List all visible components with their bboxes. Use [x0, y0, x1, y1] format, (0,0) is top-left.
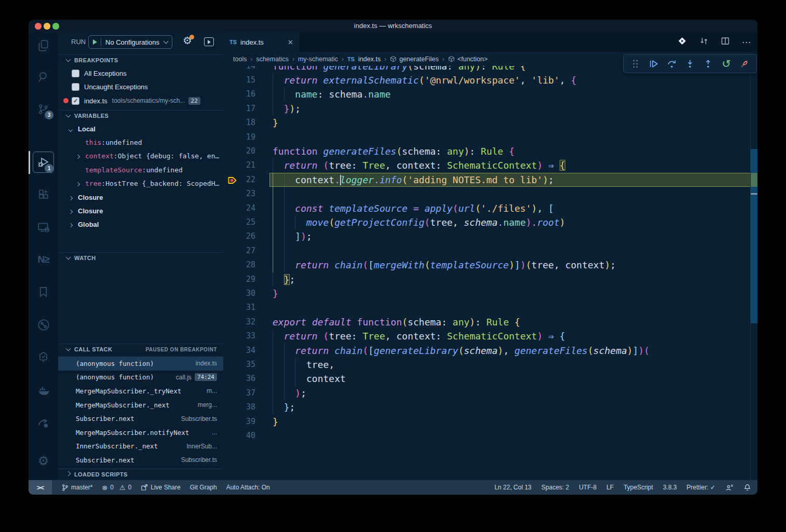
remote-indicator[interactable]: >< — [29, 480, 52, 495]
line-number-gutter[interactable]: 40 — [223, 429, 273, 443]
source-control-icon[interactable]: 3 — [29, 97, 58, 121]
variable-row[interactable]: Closure — [58, 190, 223, 204]
breadcrumb-item[interactable]: index.ts — [358, 56, 381, 63]
line-number-gutter[interactable]: 25 — [223, 215, 273, 229]
breadcrumb-item[interactable]: tools — [233, 56, 247, 63]
statusbar-item-lf[interactable]: LF — [606, 484, 614, 491]
line-number-gutter[interactable]: 16 — [223, 87, 273, 101]
code-line[interactable]: 20function generateFiles(schema: any): R… — [223, 144, 750, 158]
code-line[interactable]: 25 move(getProjectConfig(tree, schema.na… — [223, 215, 750, 229]
line-number-gutter[interactable]: 32 — [223, 315, 273, 329]
call-stack-frame[interactable]: MergeMapSubscriber.notifyNext... — [58, 426, 223, 440]
code-line[interactable]: 17 }); — [223, 102, 750, 116]
line-number-gutter[interactable]: 29 — [223, 272, 273, 287]
toolbar-drag-grip[interactable] — [629, 58, 642, 70]
breakpoint-row[interactable]: Uncaught Exceptions — [58, 80, 223, 94]
editor-scrollbar[interactable] — [750, 52, 757, 480]
statusbar-item-spaces-2[interactable]: Spaces: 2 — [541, 484, 569, 491]
line-number-gutter[interactable]: 39 — [223, 415, 273, 429]
close-tab-icon[interactable]: ✕ — [288, 38, 293, 46]
step-into-icon[interactable] — [684, 58, 696, 70]
variable-row[interactable]: context: Object {debug: false, en… — [58, 149, 223, 163]
variable-row[interactable]: Local — [58, 122, 223, 135]
variable-row[interactable]: this: undefined — [58, 135, 223, 149]
code-area[interactable]: 14function generateLibrary(schema: any):… — [223, 32, 750, 480]
code-line[interactable]: 31 — [223, 301, 750, 315]
code-line[interactable]: 33 return (tree: Tree, context: Schemati… — [223, 329, 750, 343]
code-line[interactable]: 19 — [223, 130, 750, 144]
line-number-gutter[interactable]: 24 — [223, 201, 273, 215]
git-graph-icon[interactable] — [29, 312, 58, 337]
line-number-gutter[interactable]: 30 — [223, 287, 273, 301]
step-out-icon[interactable] — [702, 58, 714, 70]
more-actions-icon[interactable]: ⋯ — [742, 37, 751, 48]
split-editor-icon[interactable] — [721, 36, 730, 48]
variables-section-header[interactable]: VARIABLES — [58, 110, 223, 121]
line-number-gutter[interactable]: 15 — [223, 73, 273, 87]
code-line[interactable]: 40 — [223, 429, 750, 443]
statusbar-item-3-8-3[interactable]: 3.8.3 — [663, 484, 677, 491]
loaded-scripts-section-header[interactable]: LOADED SCRIPTS — [58, 469, 223, 480]
line-number-gutter[interactable]: 27 — [223, 244, 273, 258]
code-line[interactable]: 37 ); — [223, 386, 750, 400]
gitlens-icon[interactable] — [677, 36, 687, 48]
tab-index-ts[interactable]: TS index.ts ✕ — [223, 32, 300, 52]
todo-tree-icon[interactable] — [29, 345, 58, 370]
notifications-bell-icon[interactable] — [743, 484, 751, 492]
code-line[interactable]: 38 }; — [223, 400, 750, 414]
line-number-gutter[interactable]: 23 — [223, 187, 273, 201]
code-line[interactable]: 18} — [223, 116, 750, 130]
code-line[interactable]: 21 return (tree: Tree, context: Schemati… — [223, 158, 750, 172]
bookmarks-icon[interactable] — [29, 279, 58, 304]
watch-section-header[interactable]: WATCH — [58, 252, 223, 263]
statusbar-item-git-graph[interactable]: Git Graph — [190, 484, 217, 491]
statusbar-item-master-[interactable]: master* — [61, 484, 92, 492]
variable-row[interactable]: tree: HostTree {_backend: ScopedH… — [58, 177, 223, 190]
nx-console-icon[interactable]: N≥ — [29, 247, 58, 272]
call-stack-frame[interactable]: Subscriber.nextSubscriber.ts — [58, 412, 223, 426]
extensions-icon[interactable] — [29, 182, 58, 207]
code-line[interactable]: 34 return chain([generateLibrary(schema)… — [223, 344, 750, 358]
call-stack-frame[interactable]: InnerSubscriber._nextInnerSub... — [58, 440, 223, 454]
code-line[interactable]: 28 return chain([mergeWith(templateSourc… — [223, 258, 750, 272]
docker-icon[interactable] — [29, 378, 58, 403]
line-number-gutter[interactable]: 19 — [223, 130, 273, 144]
breakpoint-checkbox[interactable]: ✓ — [72, 97, 79, 105]
line-number-gutter[interactable]: 31 — [223, 301, 273, 315]
call-stack-frame[interactable]: Subscriber.nextSubscriber.ts — [58, 453, 223, 467]
breakpoint-row[interactable]: All Exceptions — [58, 66, 223, 80]
code-line[interactable]: 27 — [223, 244, 750, 258]
continue-icon[interactable] — [647, 58, 660, 70]
breakpoints-section-header[interactable]: BREAKPOINTS — [58, 54, 223, 65]
code-line[interactable]: 29 }; — [223, 272, 750, 287]
breakpoint-checkbox[interactable] — [72, 83, 79, 91]
line-number-gutter[interactable]: 38 — [223, 400, 273, 414]
code-line[interactable]: 39} — [223, 415, 750, 429]
line-number-gutter[interactable]: 33 — [223, 329, 273, 343]
variable-row[interactable]: templateSource: undefined — [58, 163, 223, 176]
feedback-icon[interactable] — [725, 484, 734, 492]
breadcrumb-item[interactable]: generateFiles — [399, 56, 439, 63]
line-number-gutter[interactable]: 34 — [223, 344, 273, 358]
breadcrumb-item[interactable]: my-schematic — [298, 56, 338, 63]
breadcrumb-item[interactable]: <function> — [457, 56, 487, 63]
manage-gear-icon[interactable]: ⚙ — [29, 448, 58, 473]
code-line[interactable]: 35 tree, — [223, 358, 750, 372]
statusbar-item-prettier-[interactable]: Prettier: ✓ — [687, 484, 715, 491]
disconnect-icon[interactable] — [738, 58, 751, 70]
step-over-icon[interactable] — [666, 58, 678, 70]
code-line[interactable]: 26 ]); — [223, 229, 750, 243]
remote-explorer-icon[interactable] — [29, 215, 58, 240]
live-share-activity-icon[interactable] — [29, 411, 58, 435]
line-number-gutter[interactable]: 26 — [223, 229, 273, 243]
call-stack-section-header[interactable]: CALL STACK PAUSED ON BREAKPOINT — [58, 344, 223, 354]
code-line[interactable]: 15 return externalSchematic('@nrwl/works… — [223, 73, 750, 87]
configure-gear-icon[interactable]: ⚙ — [183, 34, 192, 47]
line-number-gutter[interactable]: 20 — [223, 144, 273, 158]
statusbar-item-utf-8[interactable]: UTF-8 — [579, 484, 597, 491]
launch-configuration-dropdown[interactable]: No Configurations — [88, 35, 172, 49]
call-stack-frame[interactable]: MergeMapSubscriber._tryNextm... — [58, 384, 223, 398]
line-number-gutter[interactable]: 36 — [223, 372, 273, 386]
code-line[interactable]: 16 name: schema.name — [223, 87, 750, 101]
variable-row[interactable]: Global — [58, 218, 223, 231]
